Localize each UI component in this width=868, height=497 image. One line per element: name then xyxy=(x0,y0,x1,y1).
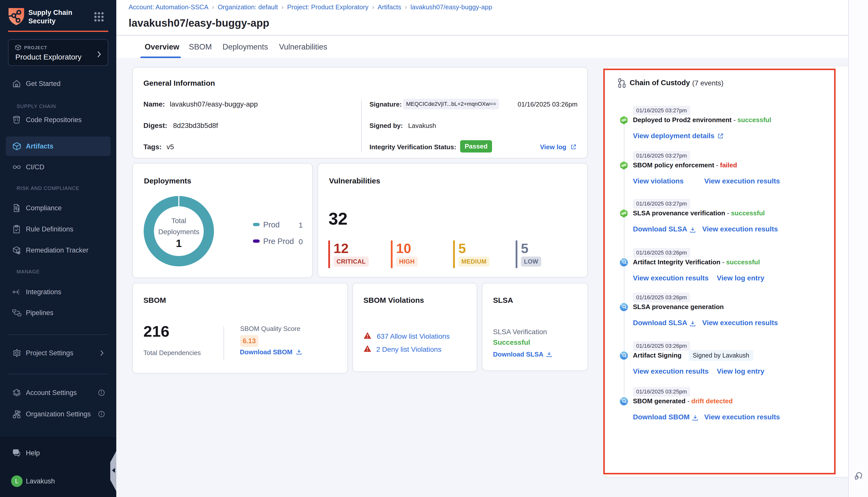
svg-text:?: ? xyxy=(15,450,17,454)
